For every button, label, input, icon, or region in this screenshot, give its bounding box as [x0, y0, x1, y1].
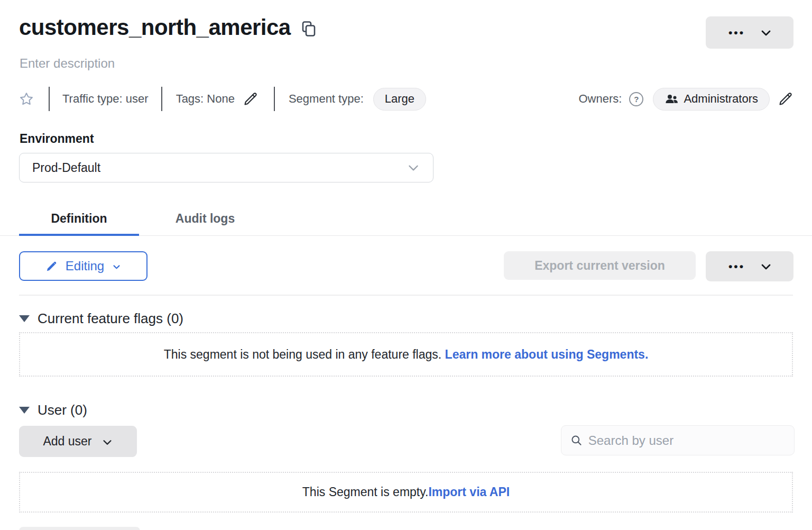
tags-label: Tags: None — [176, 92, 235, 106]
title-row: customers_north_america — [19, 15, 316, 40]
tab-definition[interactable]: Definition — [19, 202, 139, 235]
active-tab-indicator — [19, 234, 139, 236]
help-icon[interactable]: ? — [629, 92, 643, 106]
user-search — [561, 425, 795, 455]
chevron-down-icon — [760, 26, 772, 39]
owners-badge[interactable]: Administrators — [653, 88, 770, 111]
owners-label: Owners: — [578, 92, 622, 106]
copy-icon[interactable] — [301, 21, 316, 38]
tab-audit-logs[interactable]: Audit logs — [139, 202, 271, 235]
environment-label: Environment — [20, 132, 94, 146]
toolbar-more-menu-button[interactable]: ••• — [706, 251, 793, 281]
segment-empty-state: This Segment is empty. Import via API — [19, 472, 793, 513]
meta-divider — [161, 87, 162, 111]
meta-row: Traffic type: user Tags: None Segment ty… — [19, 86, 793, 112]
description-field[interactable]: Enter description — [20, 56, 115, 71]
pencil-icon — [45, 260, 58, 272]
environment-selected-value: Prod-Default — [32, 161, 100, 175]
chevron-down-icon — [112, 262, 121, 271]
edit-owners-pencil-icon[interactable] — [778, 92, 793, 106]
traffic-type-label: Traffic type: user — [62, 92, 149, 106]
chevron-down-icon — [760, 260, 772, 273]
chevron-down-icon — [102, 436, 113, 448]
search-by-user-input[interactable] — [588, 433, 786, 448]
segment-empty-text: This Segment is empty. — [302, 485, 429, 499]
chevron-down-icon — [407, 161, 420, 175]
add-user-button[interactable]: Add user — [19, 426, 137, 457]
meta-divider — [274, 87, 275, 111]
add-user-label: Add user — [43, 434, 91, 449]
editing-mode-button[interactable]: Editing — [19, 251, 147, 281]
feature-flags-empty-state: This segment is not being used in any fe… — [19, 332, 793, 377]
segment-detail-page: customers_north_america ••• Enter descri… — [0, 0, 812, 530]
import-via-api-link[interactable]: Import via API — [428, 485, 510, 499]
people-icon — [665, 93, 678, 105]
star-icon[interactable] — [19, 92, 34, 106]
search-icon — [570, 433, 583, 447]
tab-bar: Definition Audit logs — [0, 202, 812, 236]
feature-flags-section-header[interactable]: Current feature flags (0) — [19, 310, 183, 327]
user-section-header[interactable]: User (0) — [19, 402, 87, 418]
owners-value: Administrators — [684, 92, 758, 106]
partial-next-element — [19, 527, 140, 530]
segment-type-label: Segment type: — [289, 92, 364, 106]
edit-tags-pencil-icon[interactable] — [243, 92, 258, 106]
ellipsis-icon: ••• — [727, 27, 745, 38]
editing-label: Editing — [66, 259, 104, 273]
collapse-caret-icon — [19, 315, 30, 322]
export-current-version-button[interactable]: Export current version — [504, 251, 696, 280]
header-more-menu-button[interactable]: ••• — [706, 16, 793, 49]
ellipsis-icon: ••• — [727, 261, 745, 272]
environment-select[interactable]: Prod-Default — [19, 153, 433, 182]
meta-divider — [49, 87, 50, 111]
segment-type-badge: Large — [373, 88, 426, 111]
feature-flags-empty-text: This segment is not being used in any fe… — [164, 348, 445, 362]
user-heading: User (0) — [38, 402, 87, 418]
collapse-caret-icon — [19, 407, 30, 414]
feature-flags-heading: Current feature flags (0) — [38, 310, 183, 327]
learn-more-link[interactable]: Learn more about using Segments. — [445, 348, 649, 362]
section-divider — [19, 295, 793, 296]
page-title: customers_north_america — [19, 15, 291, 40]
